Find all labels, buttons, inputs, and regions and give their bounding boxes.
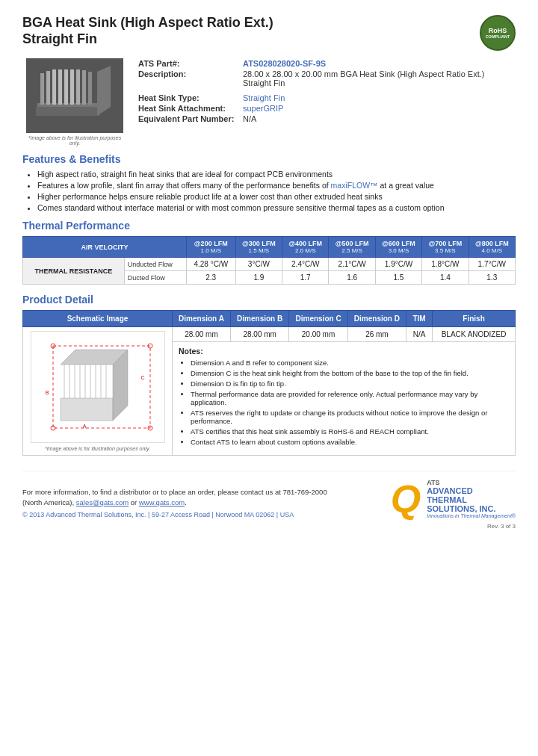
rohs-badge: RoHS COMPLIANT <box>480 15 516 51</box>
thermal-title: Thermal Performance <box>22 220 516 232</box>
rohs-text: RoHS <box>489 27 507 34</box>
dim-c-header: Dimension C <box>289 311 347 327</box>
attachment-label: Heat Sink Attachment: <box>138 103 243 114</box>
unducted-val-7: 1.7°C/W <box>469 258 515 271</box>
rohs-compliant-text: COMPLIANT <box>486 34 510 39</box>
finish-header: Finish <box>433 311 516 327</box>
ducted-val-7: 1.3 <box>469 271 515 285</box>
footer-contact: For more information, to find a distribu… <box>22 487 336 509</box>
thermal-table: AIR VELOCITY @200 LFM 1.0 M/S @300 LFM 1… <box>22 236 516 285</box>
features-section: Features & Benefits High aspect ratio, s… <box>22 153 516 212</box>
ats-logo-text: ATS ADVANCED THERMAL SOLUTIONS, INC. Inn… <box>427 479 516 518</box>
product-image <box>26 58 123 133</box>
product-details: ATS Part#: ATS028028020-SF-9S Descriptio… <box>138 58 516 146</box>
col3-header: @400 LFM 2.0 M/S <box>282 237 329 258</box>
svg-text:C: C <box>140 375 144 380</box>
note-5: ATS reserves the right to update or chan… <box>191 409 509 425</box>
ducted-val-2: 1.9 <box>235 271 282 285</box>
unducted-val-6: 1.8°C/W <box>422 258 469 271</box>
product-image-box: *Image above is for illustration purpose… <box>22 58 127 146</box>
product-title: BGA Heat Sink (High Aspect Ratio Ext.) S… <box>22 15 273 47</box>
note-7: Contact ATS to learn about custom option… <box>191 438 509 446</box>
heatsink-illustration <box>30 62 120 129</box>
note-3: Dimension D is fin tip to fin tip. <box>191 379 509 388</box>
svg-marker-13 <box>36 72 97 116</box>
ats-part-label: ATS Part#: <box>138 58 243 69</box>
heat-sink-type-label: Heat Sink Type: <box>138 93 243 103</box>
ats-name-line3: SOLUTIONS, INC. <box>427 504 516 513</box>
col4-header: @500 LFM 2.5 M/S <box>329 237 375 258</box>
ats-q-letter: Q <box>391 480 421 518</box>
unducted-val-1: 4.28 °C/W <box>186 258 235 271</box>
tim-value: N/A <box>406 327 433 342</box>
feature-item-3: Higher performance helps ensure reliable… <box>37 192 516 201</box>
notes-cell: Notes: Dimension A and B refer to compon… <box>173 342 516 456</box>
ducted-label: Ducted Flow <box>124 271 186 285</box>
ats-tagline: Innovations in Thermal Management® <box>427 513 516 518</box>
title-line2: Straight Fin <box>22 31 97 46</box>
unducted-label: Unducted Flow <box>124 258 186 271</box>
svg-marker-12 <box>97 66 111 116</box>
product-detail-section: Product Detail Schematic Image Dimension… <box>22 294 516 456</box>
heat-sink-type-value[interactable]: Straight Fin <box>243 93 516 103</box>
product-image-caption: *Image above is for illustration purpose… <box>22 135 127 146</box>
footer-copyright: © 2013 Advanced Thermal Solutions, Inc. … <box>22 511 336 518</box>
svg-marker-14 <box>61 398 113 421</box>
svg-text:B: B <box>45 390 49 395</box>
ats-name-line1: ADVANCED <box>427 486 516 495</box>
header-section: BGA Heat Sink (High Aspect Ratio Ext.) S… <box>22 15 516 51</box>
features-list: High aspect ratio, straight fin heat sin… <box>22 170 516 212</box>
schematic-caption: *Image above is for illustration purpose… <box>27 446 168 451</box>
dim-c-value: 20.00 mm <box>289 327 347 342</box>
detail-table: ATS Part#: ATS028028020-SF-9S Descriptio… <box>138 58 516 124</box>
unducted-val-2: 3°C/W <box>235 258 282 271</box>
schematic-cell: A C B *Im <box>23 327 173 456</box>
description-label: Description: <box>138 69 243 88</box>
col2-header: @300 LFM 1.5 M/S <box>235 237 282 258</box>
features-title: Features & Benefits <box>22 153 516 165</box>
note-6: ATS certifies that this heat sink assemb… <box>191 427 509 436</box>
schematic-image: A C B <box>31 331 165 443</box>
ats-name-prefix: ATS <box>427 479 439 486</box>
equiv-part-label: Equivalent Part Number: <box>138 114 243 124</box>
thermal-resistance-label: THERMAL RESISTANCE <box>23 258 125 285</box>
note-4: Thermal performance data are provided fo… <box>191 390 509 406</box>
ducted-val-1: 2.3 <box>186 271 235 285</box>
note-2: Dimension C is the heat sink height from… <box>191 369 509 377</box>
title-line1: BGA Heat Sink (High Aspect Ratio Ext.) <box>22 15 273 30</box>
unducted-val-5: 1.9°C/W <box>375 258 421 271</box>
notes-title: Notes: <box>179 347 509 356</box>
feature-item-1: High aspect ratio, straight fin heat sin… <box>37 170 516 179</box>
air-velocity-header: AIR VELOCITY <box>23 237 187 258</box>
ats-name-line2: THERMAL <box>427 495 516 504</box>
dim-d-value: 26 mm <box>347 327 406 342</box>
col1-header: @200 LFM 1.0 M/S <box>186 237 235 258</box>
page-number: Rev. 3 of 3 <box>22 523 516 530</box>
col7-header: @800 LFM 4.0 M/S <box>469 237 515 258</box>
product-info-section: *Image above is for illustration purpose… <box>22 58 516 146</box>
footer-left: For more information, to find a distribu… <box>22 487 336 519</box>
ats-part-value[interactable]: ATS028028020-SF-9S <box>243 58 516 69</box>
feature-item-2: Features a low profile, slant fin array … <box>37 181 516 190</box>
dim-b-header: Dimension B <box>230 311 288 327</box>
footer-website[interactable]: www.qats.com <box>139 498 185 506</box>
maxiflow-link[interactable]: maxiFLOW™ <box>331 181 378 190</box>
thermal-section: Thermal Performance AIR VELOCITY @200 LF… <box>22 220 516 285</box>
feature-item-4: Comes standard without interface materia… <box>37 203 516 212</box>
schematic-svg: A C B <box>38 338 158 436</box>
dim-a-value: 28.00 mm <box>173 327 231 342</box>
attachment-value[interactable]: superGRIP <box>243 103 516 114</box>
unducted-val-4: 2.1°C/W <box>329 258 375 271</box>
unducted-val-3: 2.4°C/W <box>282 258 329 271</box>
ducted-val-4: 1.6 <box>329 271 375 285</box>
equiv-part-value: N/A <box>243 114 516 124</box>
footer-email[interactable]: sales@qats.com <box>76 498 129 506</box>
finish-value: BLACK ANODIZED <box>433 327 516 342</box>
ducted-val-5: 1.5 <box>375 271 421 285</box>
dim-b-value: 28.00 mm <box>230 327 288 342</box>
schematic-header: Schematic Image <box>23 311 173 327</box>
col6-header: @700 LFM 3.5 M/S <box>422 237 469 258</box>
ats-logo: Q ATS ADVANCED THERMAL SOLUTIONS, INC. I… <box>391 479 516 518</box>
product-detail-title: Product Detail <box>22 294 516 306</box>
note-1: Dimension A and B refer to component siz… <box>191 359 509 367</box>
